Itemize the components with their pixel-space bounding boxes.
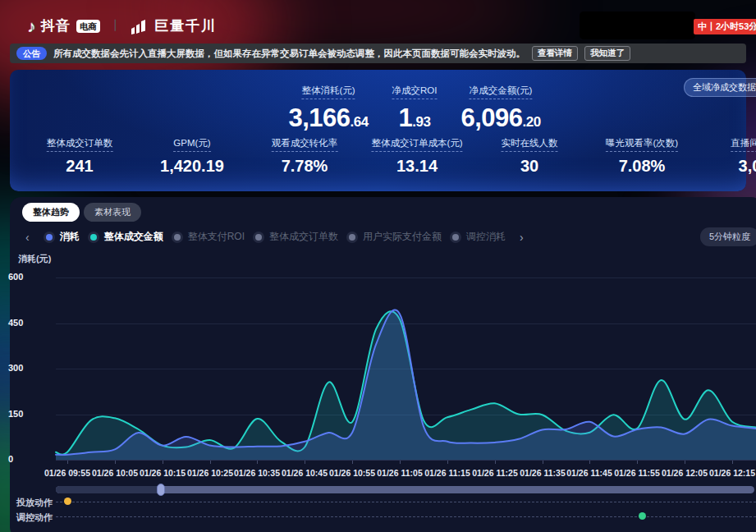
legend-item[interactable]: 整体成交订单数 [253, 230, 338, 244]
metric-label[interactable]: 整体成交订单数 [47, 137, 113, 152]
metric-label[interactable]: 曝光观看率(次数) [606, 137, 678, 152]
brand-divider: 丨 [109, 18, 121, 34]
metric-value: 1,420.19 [160, 157, 224, 176]
scrollbar-handle[interactable] [157, 484, 165, 496]
topbar-right-divider: 丨 [749, 20, 756, 34]
metric-label[interactable]: 整体成交订单成本(元) [371, 137, 462, 152]
legend-dot [46, 234, 53, 241]
secondary-metric: 直播间整体3,09 [731, 135, 756, 176]
x-tick-mark [685, 461, 685, 464]
metric-label[interactable]: 净成交ROI [392, 85, 438, 99]
y-tick-label: 600 [8, 272, 39, 282]
got-it-button[interactable]: 我知道了 [584, 46, 630, 61]
topbar: ♪ 抖音 电商 丨 巨量千川 中丨2小时53分钟 丨 [0, 0, 756, 45]
legend-label: 整体支付ROI [188, 230, 245, 244]
legend-dot [255, 234, 262, 241]
scrollbar-track-left [56, 486, 161, 493]
x-tick-mark [543, 461, 543, 464]
y-axis-title: 消耗(元) [18, 253, 51, 265]
timeline-dashed-line [56, 516, 756, 517]
granularity-selector[interactable]: 5分钟粒度 [700, 227, 756, 246]
x-tick-label: 01/26 12:15 [698, 468, 756, 478]
legend-item[interactable]: 调控消耗 [450, 230, 506, 244]
metric-label[interactable]: 观看成交转化率 [272, 137, 338, 152]
x-tick-mark [589, 461, 590, 464]
x-tick-mark [352, 461, 353, 464]
secondary-metric: 整体成交订单成本(元)13.14 [371, 135, 462, 176]
metric-label[interactable]: 整体消耗(元) [301, 85, 355, 99]
metric-label[interactable]: 直播间整体 [731, 137, 756, 152]
redacted-area [580, 11, 695, 39]
legend-item[interactable]: 整体支付ROI [172, 230, 245, 244]
y-tick-label: 450 [8, 318, 39, 328]
metric-label[interactable]: 净成交金额(元) [470, 85, 533, 99]
legend-items: 消耗整体成交金额整体支付ROI整体成交订单数用户实际支付金额调控消耗 [39, 230, 510, 244]
notice-badge: 公告 [16, 47, 47, 60]
qianchuan-bars-icon [131, 18, 149, 34]
tab-material-performance[interactable]: 素材表现 [84, 203, 141, 222]
metric-value: 6,096.20 [460, 103, 540, 133]
ecommerce-badge: 电商 [76, 20, 100, 33]
timeline-marker-dot[interactable] [64, 498, 71, 505]
legend-dot [349, 234, 355, 241]
trend-card: 整体趋势 素材表现 ‹ 消耗整体成交金额整体支付ROI整体成交订单数用户实际支付… [10, 197, 756, 532]
timeline-marker-dot[interactable] [639, 512, 646, 520]
metric-value: 7.08% [606, 157, 678, 176]
primary-metric: 净成交金额(元)6,096.20 [460, 82, 540, 133]
metric-value: 7.78% [272, 157, 338, 176]
dashboard-page: ♪ 抖音 电商 丨 巨量千川 中丨2小时53分钟 丨 公告 所有成交数据会先计入… [0, 0, 756, 532]
metric-value: 30 [502, 157, 558, 176]
timeline-label: 投放动作 [16, 497, 53, 509]
metric-value: 1.93 [392, 103, 438, 133]
legend-label: 消耗 [60, 230, 80, 244]
legend-label: 用户实际支付金额 [363, 230, 442, 244]
view-details-button[interactable]: 查看详情 [532, 46, 578, 61]
douyin-note-icon: ♪ [27, 18, 35, 34]
data-scope-selector[interactable]: 全域净成交数据 ∨ [684, 78, 756, 97]
x-tick-mark [163, 461, 163, 464]
legend-dot [452, 234, 459, 241]
x-tick-mark [257, 461, 258, 464]
y-tick-label: 300 [8, 363, 39, 373]
legend-row: ‹ 消耗整体成交金额整体支付ROI整体成交订单数用户实际支付金额调控消耗 › [23, 230, 526, 244]
gridline [56, 460, 756, 461]
x-tick-mark [495, 461, 496, 464]
metric-value: 13.14 [371, 157, 462, 176]
legend-label: 调控消耗 [466, 230, 506, 244]
brand-logos: ♪ 抖音 电商 丨 巨量千川 [27, 16, 217, 35]
notice-bar: 公告 所有成交数据会先计入直播大屏数据，但如果存在异常交易订单会被动态调整，因此… [10, 44, 746, 63]
gridline [56, 277, 756, 278]
legend-dot-icon [88, 232, 99, 243]
metric-value: 3,09 [731, 157, 756, 176]
x-tick-mark [447, 461, 448, 464]
legend-label: 整体成交金额 [104, 230, 163, 244]
x-tick-mark [67, 461, 68, 464]
legend-item[interactable]: 整体成交金额 [88, 230, 163, 244]
tab-overall-trend[interactable]: 整体趋势 [22, 203, 80, 222]
x-tick-mark [210, 461, 211, 464]
douyin-logo-text: 抖音 [41, 16, 71, 35]
legend-dot-icon [253, 232, 264, 243]
x-tick-mark [305, 461, 305, 464]
x-tick-mark [637, 461, 638, 464]
legend-next-icon[interactable]: › [517, 232, 526, 243]
metric-value: 241 [47, 157, 113, 176]
chart-scrollbar[interactable] [56, 486, 754, 493]
metric-label[interactable]: 实时在线人数 [502, 137, 558, 152]
secondary-metric: 观看成交转化率7.78% [272, 135, 338, 176]
legend-item[interactable]: 用户实际支付金额 [346, 230, 442, 244]
legend-dot-icon [44, 232, 55, 243]
secondary-metric: 实时在线人数30 [502, 135, 558, 176]
x-tick-mark [732, 461, 733, 464]
primary-metric: 净成交ROI1.93 [392, 82, 438, 133]
metric-value: 3,166.64 [288, 103, 368, 133]
metric-label[interactable]: GPM(元) [173, 137, 210, 152]
x-tick-mark [400, 461, 401, 464]
legend-dot-icon [346, 232, 358, 243]
data-scope-label: 全域净成交数据 [693, 81, 756, 94]
gridline [56, 369, 756, 369]
gridline [56, 415, 756, 415]
legend-dot-icon [450, 232, 461, 243]
legend-item[interactable]: 消耗 [44, 230, 80, 244]
legend-prev-icon[interactable]: ‹ [23, 232, 32, 243]
